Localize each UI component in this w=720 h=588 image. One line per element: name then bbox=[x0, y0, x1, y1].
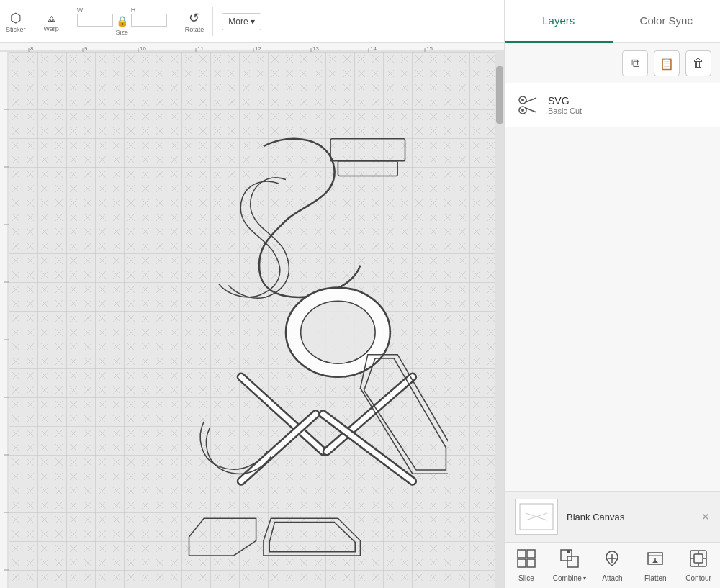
contour-svg-icon bbox=[688, 548, 708, 569]
ruler-horizontal: 8 9 10 11 12 13 14 15 bbox=[0, 43, 504, 52]
canvas-area[interactable] bbox=[9, 52, 495, 588]
svg-text:10: 10 bbox=[140, 45, 146, 52]
layer-item-svg[interactable]: SVG Basic Cut bbox=[505, 83, 720, 127]
warp-tool[interactable]: ⟁ Warp bbox=[44, 10, 59, 32]
more-button[interactable]: More ▾ bbox=[222, 13, 261, 30]
svg-text:14: 14 bbox=[370, 45, 377, 52]
svg-text:15: 15 bbox=[426, 45, 433, 52]
combine-icon bbox=[559, 548, 580, 573]
rotate-icon: ↺ bbox=[189, 10, 199, 26]
warp-label: Warp bbox=[44, 25, 59, 32]
combine-dropdown-icon: ▾ bbox=[583, 575, 586, 582]
slice-tool[interactable]: Slice bbox=[508, 548, 544, 582]
ruler-vertical bbox=[0, 52, 9, 588]
more-chevron-icon: ▾ bbox=[251, 17, 255, 27]
combine-tool[interactable]: Combine ▾ bbox=[552, 548, 588, 582]
size-tool: W 🔒 H Size bbox=[77, 6, 167, 36]
svg-text:12: 12 bbox=[255, 45, 261, 52]
tab-layers[interactable]: Layers bbox=[505, 0, 613, 43]
contour-label: Contour bbox=[685, 574, 711, 582]
svg-rect-0 bbox=[0, 43, 504, 52]
svg-line-39 bbox=[526, 108, 536, 112]
width-label: W bbox=[77, 6, 113, 14]
svg-rect-51 bbox=[567, 550, 570, 553]
rotate-tool[interactable]: ↺ Rotate bbox=[185, 10, 204, 33]
paste-icon: 📋 bbox=[660, 57, 674, 71]
svg-layer-icon bbox=[517, 94, 539, 116]
svg-point-19 bbox=[301, 301, 375, 363]
more-label: More bbox=[228, 17, 248, 27]
height-input[interactable] bbox=[131, 14, 167, 27]
sticker-icon: ⬡ bbox=[10, 10, 22, 26]
svg-text:11: 11 bbox=[197, 45, 204, 52]
bottom-toolbar: Slice Combine ▾ bbox=[505, 542, 720, 588]
copy-layer-button[interactable]: ⧉ bbox=[622, 50, 648, 76]
svg-rect-21 bbox=[338, 161, 397, 176]
right-panel: Layers Color Sync ⧉ 📋 🗑 bbox=[504, 0, 720, 588]
paste-layer-button[interactable]: 📋 bbox=[654, 50, 680, 76]
delete-layer-button[interactable]: 🗑 bbox=[685, 50, 711, 76]
svg-text:8: 8 bbox=[30, 45, 34, 52]
sticker-label: Sticker bbox=[6, 26, 26, 33]
scrollbar-thumb[interactable] bbox=[496, 66, 503, 124]
svg-rect-50 bbox=[567, 556, 578, 567]
combine-label: Combine bbox=[553, 574, 582, 582]
svg-rect-45 bbox=[518, 550, 526, 558]
scrollbar-vertical[interactable] bbox=[495, 52, 504, 588]
layer-info: SVG Basic Cut bbox=[548, 95, 582, 115]
flatten-tool[interactable]: Flatten bbox=[637, 548, 673, 582]
contour-tool[interactable]: Contour bbox=[680, 548, 716, 582]
layer-type: Basic Cut bbox=[548, 107, 582, 115]
sticker-tool[interactable]: ⬡ Sticker bbox=[6, 10, 26, 33]
slice-svg-icon bbox=[516, 548, 536, 569]
svg-point-41 bbox=[521, 109, 524, 112]
attach-icon bbox=[602, 548, 622, 573]
svg-rect-25 bbox=[0, 52, 9, 588]
layer-name: SVG bbox=[548, 95, 582, 107]
blank-canvas-thumbnail bbox=[515, 499, 558, 535]
svg-line-38 bbox=[526, 98, 536, 102]
delete-icon: 🗑 bbox=[693, 57, 704, 70]
lock-icon[interactable]: 🔒 bbox=[116, 15, 128, 27]
attach-svg-icon bbox=[602, 548, 622, 569]
tabs: Layers Color Sync bbox=[505, 0, 720, 43]
size-label: Size bbox=[115, 29, 128, 36]
svg-rect-48 bbox=[527, 559, 535, 567]
warp-icon: ⟁ bbox=[48, 10, 55, 25]
size-inputs: W 🔒 H Size bbox=[77, 6, 167, 36]
contour-icon bbox=[688, 548, 708, 573]
blank-canvas-svg bbox=[518, 502, 554, 531]
svg-rect-20 bbox=[330, 139, 405, 161]
panel-icons-row: ⧉ 📋 🗑 bbox=[505, 43, 720, 83]
svg-text:13: 13 bbox=[312, 45, 319, 52]
attach-tool[interactable]: Attach bbox=[594, 548, 630, 582]
width-input[interactable] bbox=[77, 14, 113, 27]
rotate-label: Rotate bbox=[185, 26, 204, 33]
slice-label: Slice bbox=[518, 574, 534, 582]
layer-icon-wrapper bbox=[515, 92, 541, 118]
toolbar: ⬡ Sticker ⟁ Warp W 🔒 H Size ↺ Rotate bbox=[0, 0, 504, 43]
height-label: H bbox=[131, 6, 167, 14]
svg-text:9: 9 bbox=[84, 45, 88, 52]
slice-icon bbox=[516, 548, 536, 573]
artwork-svg[interactable] bbox=[124, 124, 448, 556]
svg-rect-47 bbox=[518, 559, 526, 567]
blank-canvas-label: Blank Canvas bbox=[567, 512, 624, 523]
flatten-svg-icon bbox=[645, 548, 665, 569]
flatten-icon bbox=[645, 548, 665, 573]
attach-label: Attach bbox=[602, 574, 622, 582]
panel-spacer bbox=[505, 127, 720, 491]
blank-canvas-close-icon[interactable]: ✕ bbox=[701, 511, 710, 523]
svg-rect-58 bbox=[694, 554, 703, 563]
copy-icon: ⧉ bbox=[631, 57, 639, 70]
flatten-label: Flatten bbox=[644, 574, 667, 582]
svg-point-40 bbox=[521, 99, 524, 101]
combine-svg-icon bbox=[559, 548, 580, 569]
tab-color-sync[interactable]: Color Sync bbox=[613, 0, 721, 43]
svg-rect-46 bbox=[527, 550, 535, 558]
blank-canvas-section: Blank Canvas ✕ bbox=[505, 491, 720, 542]
